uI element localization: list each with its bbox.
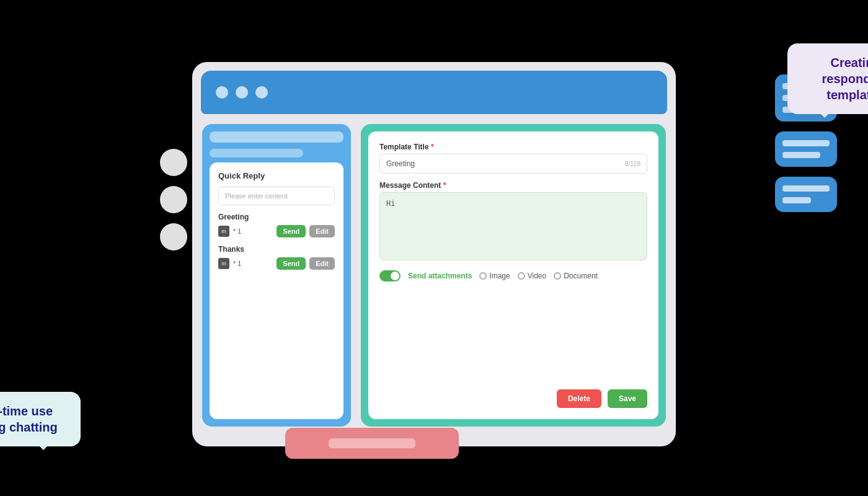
radio-video[interactable]: Video — [518, 272, 546, 280]
speech-bubble-right: Creating responding templates — [787, 43, 868, 114]
template-title-field: Template Title * Greeting 8/128 — [379, 143, 647, 174]
browser-window: Quick Reply Please enter content Greetin… — [192, 62, 676, 446]
left-circles — [160, 149, 187, 250]
title-char-count: 8/128 — [625, 161, 640, 167]
message-required-marker: * — [443, 181, 446, 190]
window-dot-3 — [255, 86, 268, 99]
radio-dot-video — [518, 272, 525, 280]
deco-block-middle — [775, 131, 837, 167]
message-content-textarea[interactable]: Hi — [379, 192, 647, 260]
send-button-thanks[interactable]: Send — [277, 257, 306, 270]
qr-item-thanks: Thanks m * 1 Send Edit — [218, 245, 335, 270]
radio-document[interactable]: Document — [554, 272, 598, 280]
radio-label-document: Document — [564, 272, 598, 280]
send-attachments-toggle[interactable] — [379, 270, 401, 281]
qr-count-thanks: * 1 — [233, 260, 273, 267]
qr-item-thanks-row: m * 1 Send Edit — [218, 257, 335, 270]
radio-dot-image — [479, 272, 487, 280]
quick-reply-title: Quick Reply — [218, 171, 335, 180]
deco-line-7 — [782, 197, 811, 203]
circle-2 — [160, 186, 187, 213]
qr-item-greeting: Greeting m * 1 Send Edit — [218, 213, 335, 237]
title-required-marker: * — [431, 143, 434, 151]
radio-label-image: Image — [489, 272, 510, 280]
panel-search-bar2 — [210, 149, 303, 157]
bottom-bar-inner — [329, 438, 415, 448]
title-input-value: Greeting — [386, 159, 415, 168]
template-card: Template Title * Greeting 8/128 Message … — [368, 131, 658, 419]
radio-label-video: Video — [528, 272, 546, 280]
bottom-pink-bar — [285, 428, 459, 459]
circle-1 — [160, 149, 187, 176]
edit-button-greeting[interactable]: Edit — [309, 225, 335, 237]
radio-image[interactable]: Image — [479, 272, 510, 280]
window-dot-2 — [236, 86, 248, 99]
deco-line-4 — [782, 140, 830, 146]
quick-reply-card: Quick Reply Please enter content Greetin… — [210, 162, 343, 419]
deco-line-6 — [782, 185, 830, 192]
qr-icon-thanks: m — [218, 258, 229, 269]
browser-content: Quick Reply Please enter content Greetin… — [192, 114, 676, 436]
send-button-greeting[interactable]: Send — [277, 225, 306, 237]
delete-button[interactable]: Delete — [557, 389, 601, 408]
quick-reply-input[interactable]: Please enter content — [218, 187, 335, 205]
radio-dot-document — [554, 272, 561, 280]
message-content-label: Message Content * — [379, 181, 647, 190]
edit-button-thanks[interactable]: Edit — [309, 257, 335, 270]
main-scene: Quick Reply Please enter content Greetin… — [93, 25, 775, 471]
qr-item-greeting-title: Greeting — [218, 213, 335, 221]
speech-bubble-left: Real-time use during chatting — [0, 392, 81, 446]
template-editor-panel: Template Title * Greeting 8/128 Message … — [361, 124, 666, 427]
message-content-field: Message Content * Hi — [379, 181, 647, 263]
deco-block-bottom — [775, 177, 837, 212]
browser-titlebar — [201, 71, 667, 114]
qr-item-greeting-row: m * 1 Send Edit — [218, 225, 335, 237]
speech-bubble-left-text: Real-time use during chatting — [0, 403, 67, 435]
panel-search-bar — [210, 131, 343, 143]
deco-line-5 — [782, 152, 820, 158]
qr-count-greeting: * 1 — [233, 228, 273, 235]
qr-icon-greeting: m — [218, 226, 229, 237]
template-title-label: Template Title * — [379, 143, 647, 151]
save-button[interactable]: Save — [608, 389, 647, 408]
quick-reply-panel: Quick Reply Please enter content Greetin… — [202, 124, 351, 427]
attachments-row: Send attachments Image Video Document — [379, 270, 647, 281]
speech-bubble-right-text: Creating responding templates — [801, 55, 868, 103]
qr-item-thanks-title: Thanks — [218, 245, 335, 254]
template-title-input[interactable]: Greeting 8/128 — [379, 154, 647, 174]
action-buttons: Delete Save — [379, 389, 647, 408]
send-attachments-label: Send attachments — [408, 272, 472, 280]
circle-3 — [160, 223, 187, 250]
window-dot-1 — [216, 86, 228, 99]
